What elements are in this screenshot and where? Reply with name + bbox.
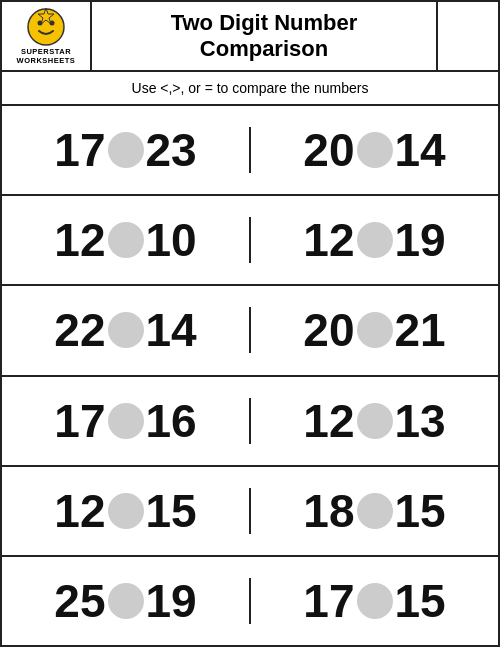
number-b: 15 xyxy=(395,578,446,624)
comparison-half-right: 20 21 xyxy=(251,307,498,353)
number-b: 10 xyxy=(146,217,197,263)
circle xyxy=(357,493,393,529)
number-a: 17 xyxy=(54,398,105,444)
comparison-row: 25 19 17 15 xyxy=(2,557,498,645)
circle xyxy=(357,583,393,619)
score-box xyxy=(438,2,498,70)
number-a: 18 xyxy=(303,488,354,534)
circle xyxy=(108,312,144,348)
header: SUPERSTAR WORKSHEETS Two Digit Number Co… xyxy=(2,2,498,72)
comparison-half-left: 17 23 xyxy=(2,127,251,173)
circle xyxy=(108,222,144,258)
comparison-half-right: 17 15 xyxy=(251,578,498,624)
circle xyxy=(357,222,393,258)
number-a: 12 xyxy=(54,217,105,263)
brand-text: SUPERSTAR WORKSHEETS xyxy=(17,47,76,65)
comparison-row: 12 10 12 19 xyxy=(2,196,498,286)
number-a: 12 xyxy=(303,398,354,444)
comparison-half-left: 17 16 xyxy=(2,398,251,444)
comparison-half-right: 18 15 xyxy=(251,488,498,534)
circle xyxy=(108,583,144,619)
number-b: 19 xyxy=(146,578,197,624)
comparison-row: 12 15 18 15 xyxy=(2,467,498,557)
number-a: 22 xyxy=(54,307,105,353)
logo-icon xyxy=(26,7,66,47)
comparison-half-left: 12 10 xyxy=(2,217,251,263)
circle xyxy=(108,493,144,529)
number-b: 15 xyxy=(395,488,446,534)
circle xyxy=(357,312,393,348)
instruction-text: Use <,>, or = to compare the numbers xyxy=(2,72,498,106)
number-b: 14 xyxy=(395,127,446,173)
number-a: 17 xyxy=(303,578,354,624)
number-b: 15 xyxy=(146,488,197,534)
comparison-row: 17 16 12 13 xyxy=(2,377,498,467)
number-a: 12 xyxy=(303,217,354,263)
number-a: 17 xyxy=(54,127,105,173)
number-b: 14 xyxy=(146,307,197,353)
comparison-half-right: 12 19 xyxy=(251,217,498,263)
number-a: 20 xyxy=(303,307,354,353)
number-b: 21 xyxy=(395,307,446,353)
comparison-row: 17 23 20 14 xyxy=(2,106,498,196)
circle xyxy=(108,403,144,439)
circle xyxy=(108,132,144,168)
circle xyxy=(357,403,393,439)
number-b: 16 xyxy=(146,398,197,444)
worksheet-title: Two Digit Number Comparison xyxy=(171,10,358,63)
number-b: 13 xyxy=(395,398,446,444)
circle xyxy=(357,132,393,168)
comparison-half-left: 22 14 xyxy=(2,307,251,353)
number-b: 23 xyxy=(146,127,197,173)
worksheet-page: SUPERSTAR WORKSHEETS Two Digit Number Co… xyxy=(0,0,500,647)
comparison-half-right: 20 14 xyxy=(251,127,498,173)
logo-box: SUPERSTAR WORKSHEETS xyxy=(2,2,92,70)
comparison-half-left: 12 15 xyxy=(2,488,251,534)
comparison-half-right: 12 13 xyxy=(251,398,498,444)
number-a: 12 xyxy=(54,488,105,534)
number-a: 20 xyxy=(303,127,354,173)
title-box: Two Digit Number Comparison xyxy=(92,2,438,70)
number-b: 19 xyxy=(395,217,446,263)
comparison-half-left: 25 19 xyxy=(2,578,251,624)
comparison-row: 22 14 20 21 xyxy=(2,286,498,376)
number-a: 25 xyxy=(54,578,105,624)
rows-container: 17 23 20 14 12 10 12 19 xyxy=(2,106,498,645)
